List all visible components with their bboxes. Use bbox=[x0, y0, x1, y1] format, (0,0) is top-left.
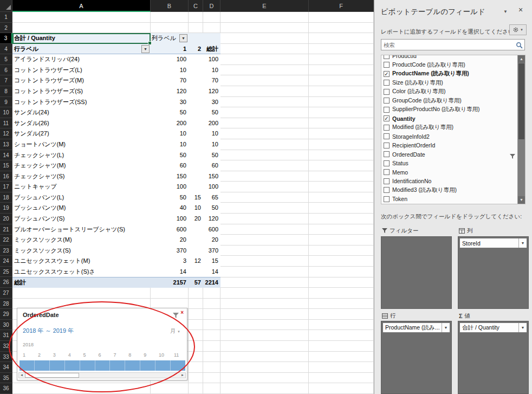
cell-D10[interactable]: 50 bbox=[203, 107, 220, 118]
cell-D5[interactable]: 100 bbox=[203, 54, 220, 65]
row-header-27[interactable]: 27 bbox=[0, 288, 12, 299]
row-header-33[interactable]: 33 bbox=[0, 352, 12, 363]
row-header-21[interactable]: 21 bbox=[0, 224, 12, 235]
field-item-productid[interactable]: ProductId bbox=[381, 55, 517, 61]
cell-C18[interactable]: 15 bbox=[189, 192, 203, 203]
search-icon[interactable] bbox=[516, 41, 523, 51]
checkbox-supplierproductno[interactable] bbox=[384, 107, 390, 113]
row-header-20[interactable]: 20 bbox=[0, 214, 12, 224]
cell-D4[interactable]: 総計 bbox=[203, 44, 220, 54]
cell-B22[interactable]: 20 bbox=[151, 235, 189, 246]
cell-C21[interactable] bbox=[189, 224, 203, 235]
cell-B12[interactable]: 10 bbox=[151, 128, 189, 139]
row-header-36[interactable]: 36 bbox=[0, 383, 12, 394]
cell-B16[interactable]: 150 bbox=[151, 171, 189, 182]
timeline-period-dropdown[interactable]: 月 ▼ bbox=[170, 327, 180, 335]
cell-B11[interactable]: 200 bbox=[151, 118, 189, 129]
cell-C4[interactable]: 2 bbox=[189, 44, 203, 54]
row-header-7[interactable]: 7 bbox=[0, 75, 12, 86]
timeline-month-11[interactable]: 11 bbox=[174, 352, 179, 358]
cell-A24[interactable]: ユニセックススウェット(M) bbox=[12, 256, 151, 267]
column-header-A[interactable]: A bbox=[12, 0, 151, 12]
timeline-selection-bar[interactable] bbox=[20, 360, 185, 371]
timeline-month-4[interactable]: 4 bbox=[68, 352, 71, 358]
row-header-16[interactable]: 16 bbox=[0, 171, 12, 182]
cell-A5[interactable]: アイランドスリッパ(24) bbox=[12, 54, 151, 65]
cell-C10[interactable] bbox=[189, 107, 203, 118]
cell-B25[interactable]: 14 bbox=[151, 267, 189, 277]
cell-A12[interactable]: サンダル(27) bbox=[12, 128, 151, 139]
cell-C6[interactable] bbox=[189, 65, 203, 76]
cell-B17[interactable]: 100 bbox=[151, 182, 189, 192]
cell-D23[interactable]: 370 bbox=[203, 246, 220, 256]
cell-C7[interactable] bbox=[189, 75, 203, 86]
checkbox-quantity[interactable]: ✓ bbox=[384, 115, 390, 121]
cell-D17[interactable]: 100 bbox=[203, 182, 220, 192]
timeline-month-5[interactable]: 5 bbox=[83, 352, 86, 358]
field-item-ordereddate[interactable]: OrderedDate bbox=[381, 150, 517, 159]
cell-D9[interactable]: 30 bbox=[203, 97, 220, 108]
row-header-11[interactable]: 11 bbox=[0, 118, 12, 129]
cell-grid[interactable]: 合計 / Quantity 列ラベル 行ラベル 1 2 総計 アイランドスリッパ… bbox=[12, 12, 374, 394]
cell-A21[interactable]: プルオーバーショートスリーブシャツ(S) bbox=[12, 224, 151, 235]
cell-B21[interactable]: 600 bbox=[151, 224, 189, 235]
checkbox-productname[interactable]: ✓ bbox=[384, 71, 390, 77]
row-header-1[interactable]: 1 bbox=[0, 12, 12, 23]
cell-D15[interactable]: 60 bbox=[203, 160, 220, 171]
cell-D19[interactable]: 50 bbox=[203, 203, 220, 214]
cell-D11[interactable]: 200 bbox=[203, 118, 220, 129]
cell-A17[interactable]: ニットキャップ bbox=[12, 182, 151, 192]
scroll-down-icon[interactable]: ▼ bbox=[518, 196, 525, 204]
checkbox-size[interactable] bbox=[384, 80, 390, 86]
row-header-17[interactable]: 17 bbox=[0, 182, 12, 192]
field-chip-productname[interactable]: ProductName (読み... ▼ bbox=[382, 322, 450, 333]
cell-B13[interactable]: 10 bbox=[151, 139, 189, 150]
scroll-left-icon[interactable]: ◄ bbox=[19, 373, 24, 378]
timeline-month-7[interactable]: 7 bbox=[113, 352, 116, 358]
row-header-23[interactable]: 23 bbox=[0, 246, 12, 256]
cell-A22[interactable]: ミックスソックス(M) bbox=[12, 235, 151, 246]
checkbox-productid[interactable] bbox=[384, 55, 390, 59]
checkbox-ordereddate[interactable] bbox=[384, 151, 390, 157]
cell-D24[interactable]: 15 bbox=[203, 256, 220, 267]
row-header-31[interactable]: 31 bbox=[0, 330, 12, 341]
cell-B9[interactable]: 30 bbox=[151, 97, 189, 108]
checkbox-identificationno[interactable] bbox=[384, 178, 390, 184]
cell-A13[interactable]: ショートパンツ(M) bbox=[12, 139, 151, 150]
cell-B18[interactable]: 50 bbox=[151, 192, 189, 203]
field-item-recipientorderid[interactable]: RecipientOrderId bbox=[381, 141, 517, 150]
field-item-storageinfoid2[interactable]: StorageInfoId2 bbox=[381, 132, 517, 141]
field-item-memo[interactable]: Memo bbox=[381, 168, 517, 177]
timeline-month-8[interactable]: 8 bbox=[128, 352, 131, 358]
cell-B10[interactable]: 50 bbox=[151, 107, 189, 118]
row-header-22[interactable]: 22 bbox=[0, 235, 12, 246]
row-header-30[interactable]: 30 bbox=[0, 320, 12, 331]
timeline-month-1[interactable]: 1 bbox=[23, 352, 25, 358]
timeline-scrollbar[interactable]: ◄ ► bbox=[18, 372, 186, 378]
timeline-slicer[interactable]: OrderedDate × 2018 年 ～ 2019 年 月 ▼ 2018 1… bbox=[17, 308, 187, 380]
clear-filter-icon[interactable]: × bbox=[173, 311, 184, 319]
cell-B19[interactable]: 40 bbox=[151, 203, 189, 214]
row-header-32[interactable]: 32 bbox=[0, 341, 12, 352]
field-item-size[interactable]: Size (読み取り専用) bbox=[381, 79, 517, 88]
field-item-modified3[interactable]: Modified3 (読み取り専用) bbox=[381, 186, 517, 195]
row-header-18[interactable]: 18 bbox=[0, 192, 12, 203]
cell-C26[interactable]: 57 bbox=[189, 277, 203, 288]
cell-A8[interactable]: コットントラウザーズ(S) bbox=[12, 86, 151, 97]
field-item-groupcode[interactable]: GroupCode (読み取り専用) bbox=[381, 96, 517, 106]
timeline-range-label[interactable]: 2018 年 ～ 2019 年 bbox=[23, 327, 74, 335]
row-header-14[interactable]: 14 bbox=[0, 150, 12, 161]
checkbox-recipientorderid[interactable] bbox=[384, 143, 390, 148]
cell-C12[interactable] bbox=[189, 128, 203, 139]
row-header-6[interactable]: 6 bbox=[0, 65, 12, 76]
cell-A3[interactable]: 合計 / Quantity bbox=[12, 33, 151, 44]
row-header-29[interactable]: 29 bbox=[0, 309, 12, 320]
row-header-19[interactable]: 19 bbox=[0, 203, 12, 214]
field-chip-storeid[interactable]: StoreId ▼ bbox=[459, 238, 527, 248]
cell-D20[interactable]: 120 bbox=[203, 214, 220, 224]
column-header-E[interactable]: E bbox=[220, 0, 309, 12]
cell-A11[interactable]: サンダル(26) bbox=[12, 118, 151, 129]
field-item-identificationno[interactable]: IdentificationNo bbox=[381, 177, 517, 186]
values-zone[interactable]: 合計 / Quantity ▼ bbox=[458, 321, 529, 394]
row-header-28[interactable]: 28 bbox=[0, 299, 12, 309]
